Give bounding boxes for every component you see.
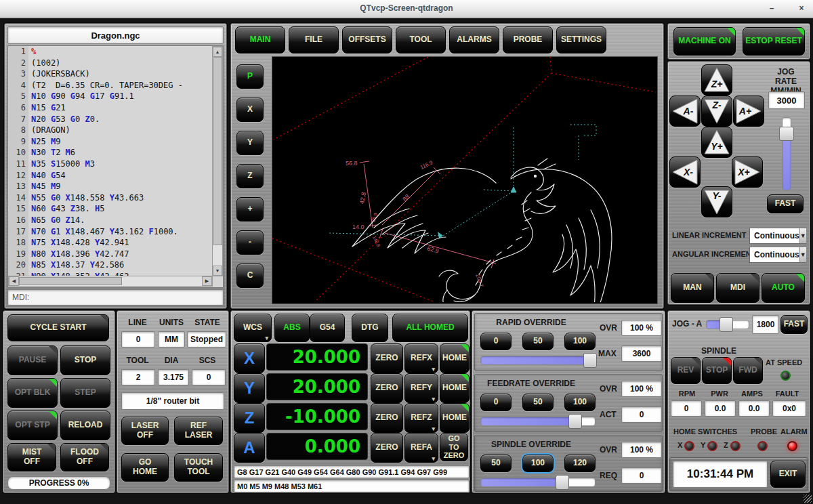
- stop-button[interactable]: STOP: [60, 345, 110, 375]
- home-y-button[interactable]: HOME: [440, 373, 470, 403]
- mist-button[interactable]: MIST OFF: [7, 443, 56, 471]
- resize-grip[interactable]: [804, 495, 812, 503]
- zero-a-button[interactable]: ZERO: [371, 433, 403, 463]
- jog-a-plus-button[interactable]: A+: [733, 96, 764, 127]
- gcode-line[interactable]: 13N45 M9: [8, 181, 223, 192]
- gcode-line[interactable]: 4(T2 D=6.35 CR=0. TAPER=30DEG -: [8, 80, 223, 91]
- refy-button[interactable]: REFY: [404, 373, 438, 403]
- feed-50-button[interactable]: 50: [522, 394, 554, 411]
- gcode-line[interactable]: 16N65 G0 Z14.: [8, 215, 223, 226]
- spindle-50-button[interactable]: 50: [480, 455, 512, 472]
- tab-tool[interactable]: TOOL: [396, 26, 446, 54]
- tab-offsets[interactable]: OFFSETS: [342, 26, 392, 54]
- cycle-start-button[interactable]: CYCLE START: [7, 314, 109, 341]
- axis-x-button[interactable]: X: [234, 343, 265, 373]
- jog-y-plus-button[interactable]: Y+: [701, 127, 732, 158]
- minimize-button[interactable]: –: [764, 3, 779, 15]
- rapid-0-button[interactable]: 0: [480, 333, 512, 350]
- spindle-stop-button[interactable]: STOP: [702, 357, 732, 384]
- gcode-line[interactable]: 20N85 X148.37 Y42.586: [8, 259, 223, 271]
- spindle-fwd-button[interactable]: FWD: [733, 357, 763, 384]
- jog-y-minus-button[interactable]: Y-: [701, 186, 732, 217]
- zoom-out-button[interactable]: -: [236, 230, 264, 255]
- view-x-button[interactable]: X: [236, 98, 264, 122]
- machine-on-button[interactable]: MACHINE ON: [673, 27, 736, 56]
- refa-button[interactable]: REFA: [404, 433, 438, 463]
- ref-laser-button[interactable]: REF LASER: [174, 417, 223, 445]
- view-p-button[interactable]: P: [236, 64, 264, 89]
- gcode-viewer[interactable]: 1%2(1002)3(JOKERSBACK)4(T2 D=6.35 CR=0. …: [7, 45, 224, 288]
- go-to-zero-button[interactable]: GO TO ZERO: [440, 433, 468, 461]
- tab-probe[interactable]: PROBE: [503, 26, 553, 54]
- feed-100-button[interactable]: 100: [564, 394, 596, 411]
- gcode-line[interactable]: 1%: [8, 46, 223, 58]
- dtg-button[interactable]: DTG: [352, 314, 388, 342]
- gcode-line[interactable]: 2(1002): [8, 58, 223, 69]
- clear-view-button[interactable]: C: [236, 264, 264, 288]
- gcode-vscrollbar[interactable]: ▲ ▼: [212, 46, 223, 276]
- axis-z-button[interactable]: Z: [234, 403, 265, 433]
- home-x-button[interactable]: HOME: [440, 343, 470, 373]
- linear-increment-select[interactable]: Continuous▼: [749, 228, 806, 244]
- zero-y-button[interactable]: ZERO: [371, 373, 403, 403]
- spindle-100-button[interactable]: 100: [522, 455, 554, 472]
- jog-z-plus-button[interactable]: Z+: [701, 64, 732, 96]
- tab-settings[interactable]: SETTINGS: [556, 26, 606, 54]
- pause-button[interactable]: PAUSE: [7, 345, 58, 375]
- wcs-button[interactable]: WCS: [234, 314, 272, 342]
- rapid-100-button[interactable]: 100: [564, 333, 596, 350]
- mdi-entry[interactable]: MDI:: [7, 289, 224, 306]
- gcode-line[interactable]: 5N10 G90 G94 G17 G91.1: [8, 91, 223, 102]
- zero-z-button[interactable]: ZERO: [371, 403, 403, 433]
- laser-button[interactable]: LASER OFF: [121, 417, 169, 445]
- jog-x-minus-button[interactable]: X-: [669, 156, 701, 188]
- flood-button[interactable]: FLOOD OFF: [60, 443, 109, 471]
- hscroll-thumb[interactable]: [19, 277, 122, 285]
- gcode-line[interactable]: 15N60 G43 Z38. H5: [8, 203, 223, 215]
- mode-auto-button[interactable]: AUTO: [762, 273, 805, 303]
- spindle-120-button[interactable]: 120: [564, 455, 596, 472]
- all-homed-button[interactable]: ALL HOMED: [392, 314, 468, 342]
- mode-mdi-button[interactable]: MDI: [716, 273, 759, 303]
- close-button[interactable]: ×: [794, 3, 809, 15]
- jog-z-minus-button[interactable]: Z-: [701, 96, 732, 127]
- home-z-button[interactable]: HOME: [440, 403, 470, 433]
- gcode-line[interactable]: 14N55 G0 X148.558 Y43.663: [8, 192, 223, 204]
- exit-button[interactable]: EXIT: [770, 461, 806, 488]
- rapid-override-slider[interactable]: [480, 356, 596, 365]
- scroll-left-icon[interactable]: ◀: [9, 276, 19, 286]
- gcode-line[interactable]: 17N70 G1 X148.467 Y43.162 F1000.: [8, 226, 223, 238]
- opt-stp-button[interactable]: OPT STP: [7, 411, 58, 440]
- angular-increment-select[interactable]: Continuous▼: [749, 247, 806, 263]
- chevron-down-icon[interactable]: ▼: [799, 247, 806, 262]
- reload-button[interactable]: RELOAD: [60, 411, 110, 440]
- jog-x-plus-button[interactable]: X+: [732, 156, 763, 188]
- gcode-line[interactable]: 12N40 G54: [8, 170, 223, 182]
- touch-tool-button[interactable]: TOUCH TOOL: [174, 453, 223, 482]
- go-home-button[interactable]: GO HOME: [121, 453, 169, 482]
- scroll-right-icon[interactable]: ▶: [202, 276, 212, 286]
- tab-file[interactable]: FILE: [289, 26, 339, 54]
- opt-blk-button[interactable]: OPT BLK: [7, 378, 58, 408]
- jog-a-fast-button[interactable]: FAST: [780, 315, 808, 334]
- gremlin-preview[interactable]: 56.8 42.8 14.0 28.9 88 116.9 146.8 62.9 …: [272, 56, 658, 304]
- axis-a-button[interactable]: A: [234, 433, 265, 463]
- view-z-button[interactable]: Z: [236, 164, 264, 188]
- gcode-line[interactable]: 9N25 M9: [8, 136, 223, 148]
- chevron-down-icon[interactable]: ▼: [799, 228, 806, 243]
- gcode-line[interactable]: 8(DRAGON): [8, 125, 223, 136]
- zoom-in-button[interactable]: +: [236, 197, 264, 222]
- jog-rate-slider[interactable]: [782, 117, 791, 190]
- jog-a-slider[interactable]: [706, 320, 749, 329]
- gcode-line[interactable]: 3(JOKERSBACK): [8, 68, 223, 80]
- spindle-override-slider[interactable]: [480, 478, 596, 487]
- tab-main[interactable]: MAIN: [235, 26, 285, 54]
- feed-0-button[interactable]: 0: [480, 394, 512, 411]
- vscroll-thumb[interactable]: [213, 57, 222, 245]
- axis-y-button[interactable]: Y: [234, 373, 265, 403]
- gcode-line[interactable]: 7N20 G53 G0 Z0.: [8, 114, 223, 125]
- abs-button[interactable]: ABS: [274, 314, 310, 342]
- refz-button[interactable]: REFZ: [404, 403, 438, 433]
- jog-a-minus-button[interactable]: A-: [669, 96, 701, 127]
- spindle-rev-button[interactable]: REV: [671, 357, 701, 384]
